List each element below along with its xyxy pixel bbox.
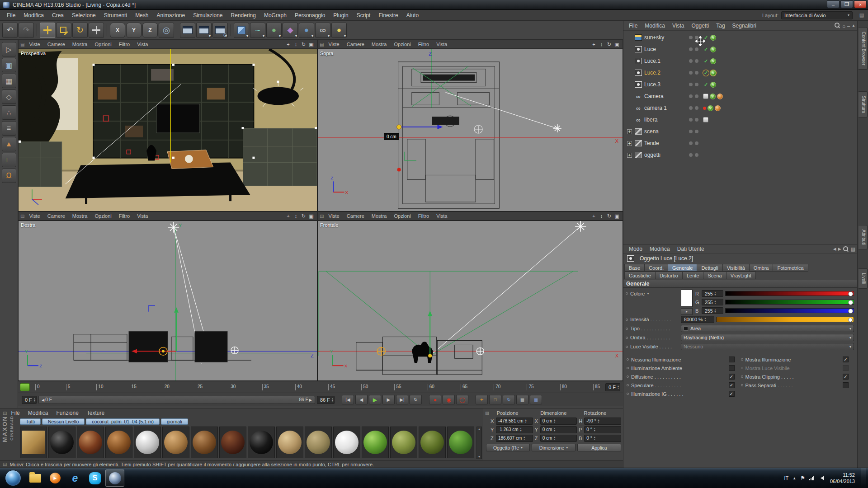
play-button[interactable]: ▶ xyxy=(369,395,381,404)
menu-item[interactable]: Plugin xyxy=(329,11,352,20)
viewport-menu-item[interactable]: Opzioni xyxy=(91,41,115,48)
viewport-menu-item[interactable]: Mostra xyxy=(368,212,391,220)
rotation-field[interactable]: 0 °▴▾ xyxy=(584,435,621,442)
material-swatch[interactable] xyxy=(333,427,360,458)
material-swatch[interactable] xyxy=(419,427,446,458)
tab-content-browser[interactable]: Content Browser xyxy=(859,27,868,70)
viewport-menu-item[interactable]: Viste xyxy=(325,41,343,48)
key-parameter-toggle[interactable]: ▦ xyxy=(516,395,528,404)
menu-item[interactable]: Crea xyxy=(48,11,68,20)
attribute-menu-item[interactable]: Modifica xyxy=(646,245,674,253)
attribute-tab[interactable]: Fotometrica xyxy=(773,264,808,272)
loop-button[interactable]: ↻ xyxy=(410,395,422,404)
taskbar-internet-explorer-icon[interactable]: e xyxy=(66,469,85,487)
start-button[interactable] xyxy=(5,470,21,486)
enabled-check-icon[interactable] xyxy=(703,47,709,52)
material-swatch[interactable] xyxy=(162,427,189,458)
home-icon[interactable]: ⌂ xyxy=(842,23,845,28)
checkbox[interactable]: ✓ xyxy=(729,382,735,388)
move-tool-button[interactable]: ▾ xyxy=(40,23,55,38)
editor-visibility-dot[interactable] xyxy=(689,71,693,75)
pan-view-icon[interactable]: + xyxy=(590,213,598,219)
right-viewport[interactable]: Destra Y Z xyxy=(18,221,317,381)
toolbar-button[interactable]: ▾ xyxy=(105,23,109,38)
viewport-menu-item[interactable]: Camere xyxy=(44,41,69,48)
object-manager-menu-item[interactable]: File xyxy=(625,22,641,30)
rotate-tool-button[interactable]: ↻ ▾ xyxy=(72,23,88,38)
editor-visibility-dot[interactable] xyxy=(689,118,693,122)
viewport-menu-item[interactable]: Vista xyxy=(133,41,151,48)
perspective-viewport[interactable]: Prospettiva xyxy=(18,49,317,211)
object-row[interactable]: + Tende xyxy=(623,137,857,149)
rotate-view-icon[interactable]: ↻ xyxy=(300,42,307,47)
viewport-menu-item[interactable]: Viste xyxy=(325,212,343,220)
position-field[interactable]: 186.607 cm▴▾ xyxy=(496,435,533,442)
display-tag-icon[interactable] xyxy=(703,94,708,99)
expander-icon[interactable]: + xyxy=(627,129,632,134)
rotation-field[interactable]: -90 °▴▾ xyxy=(584,418,621,425)
panel-grip-icon[interactable]: ▤ xyxy=(3,411,7,416)
menu-item[interactable]: Strumenti xyxy=(100,11,131,20)
list-icon[interactable]: ▤ xyxy=(851,246,855,252)
checkbox-row[interactable]: Mostra Illuminazione ✓ xyxy=(740,355,854,364)
axis-mode-button[interactable]: ∟ xyxy=(2,153,16,167)
language-indicator[interactable]: IT xyxy=(784,475,788,481)
menu-item[interactable]: File xyxy=(3,11,19,20)
render-visibility-dot[interactable] xyxy=(695,36,698,39)
menu-item[interactable]: Animazione xyxy=(152,11,189,20)
maximize-button[interactable]: ❐ xyxy=(840,0,853,8)
viewport-menu-item[interactable]: Opzioni xyxy=(91,212,115,220)
dimensione-dropdown[interactable]: Dimensione▾ xyxy=(532,444,576,451)
editor-visibility-dot[interactable] xyxy=(689,141,693,145)
material-swatch[interactable] xyxy=(390,427,417,458)
rotate-view-icon[interactable]: ↻ xyxy=(605,42,613,47)
object-row[interactable]: + camera 1 xyxy=(623,102,857,114)
top-viewport[interactable]: Sopra 0 cm Z xyxy=(317,49,623,211)
menu-item[interactable]: Mesh xyxy=(131,11,152,20)
material-menu-item[interactable]: Modifica xyxy=(24,409,52,417)
display-tag-icon[interactable] xyxy=(703,117,708,122)
material-swatch[interactable] xyxy=(20,427,47,458)
object-manager-menu-item[interactable]: Oggetti xyxy=(688,22,713,30)
render-visibility-dot[interactable] xyxy=(695,106,698,110)
lock-y-button[interactable]: Y ▾ xyxy=(126,23,142,38)
object-row[interactable]: + libera xyxy=(623,114,857,126)
position-field[interactable]: -478.581 cm▴▾ xyxy=(496,418,533,425)
panel-grip-icon[interactable]: ▤ xyxy=(320,42,324,47)
applica-button[interactable]: Applica xyxy=(577,444,621,451)
dropdown-arrow-icon[interactable]: ▾ xyxy=(344,34,346,38)
tab-attributi[interactable]: Attributi xyxy=(859,225,868,249)
editor-visibility-dot[interactable] xyxy=(689,36,693,39)
toggle-view-icon[interactable]: ▣ xyxy=(307,213,315,219)
render-view-button[interactable]: ▾ xyxy=(180,23,195,38)
previous-frame-button[interactable]: ◀ xyxy=(355,395,368,404)
object-manager-menu-item[interactable]: Vista xyxy=(669,22,688,30)
material-swatch[interactable] xyxy=(48,427,75,458)
power-slider[interactable]: ◀ 0 F 86 F ▶ xyxy=(38,396,315,404)
object-manager-menu-item[interactable]: Modifica xyxy=(641,22,669,30)
keyframe-selection-button[interactable]: ◯ xyxy=(456,395,468,404)
zoom-view-icon[interactable]: ↕ xyxy=(598,42,605,47)
vray-tag-icon[interactable] xyxy=(710,35,716,41)
search-icon[interactable] xyxy=(835,23,840,28)
vray-tag-icon[interactable] xyxy=(710,58,716,64)
add-generator-button[interactable]: ● ▾ xyxy=(266,23,282,38)
object-manager-menu-item[interactable]: Segnalibri xyxy=(729,22,760,30)
viewport-menu-item[interactable]: Mostra xyxy=(69,41,91,48)
dropdown-arrow-icon[interactable]: ▾ xyxy=(246,34,248,38)
viewport-menu-item[interactable]: Camere xyxy=(343,212,368,220)
material-swatch[interactable] xyxy=(191,427,218,458)
key-position-toggle[interactable]: + xyxy=(476,395,488,404)
tab-livelli[interactable]: Livelli xyxy=(859,268,868,289)
chevron-down-icon[interactable]: ▾ xyxy=(647,291,649,296)
scale-tool-button[interactable]: ▾ xyxy=(56,23,71,38)
history-back-icon[interactable]: ◀ xyxy=(833,247,836,251)
checkbox-row[interactable]: Nessuna Illuminazione xyxy=(626,355,740,364)
taskbar-media-player-icon[interactable]: ▶ xyxy=(46,469,65,487)
toolbar-button[interactable]: ▾ xyxy=(35,23,39,38)
goto-end-button[interactable]: ▶| xyxy=(396,395,408,404)
range-end-field[interactable]: 86 F ▴▾ xyxy=(317,396,335,404)
rotate-view-icon[interactable]: ↻ xyxy=(300,213,307,219)
rotate-view-icon[interactable]: ↻ xyxy=(605,213,613,219)
checkbox-row[interactable]: Mostra Clipping . . . . . ✓ xyxy=(740,372,854,381)
